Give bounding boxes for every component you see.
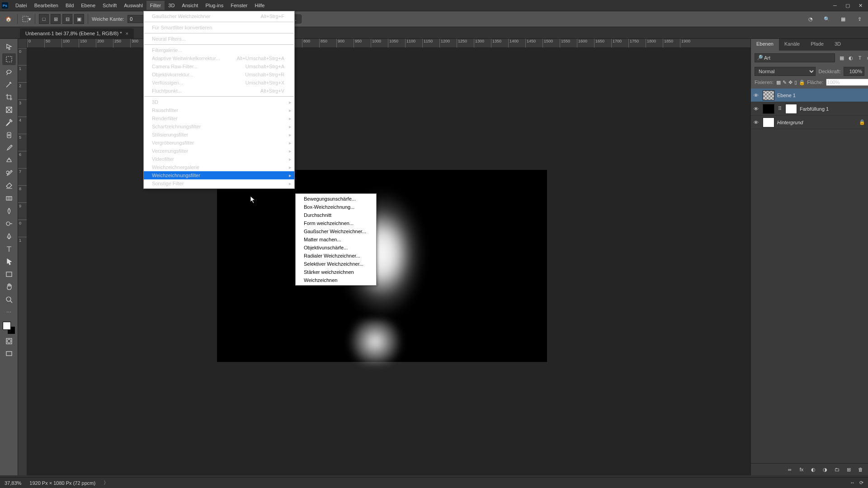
dodge-tool-icon[interactable]: [2, 218, 16, 230]
submenu-item[interactable]: Objektivunschärfe...: [296, 244, 376, 252]
move-tool-icon[interactable]: [2, 41, 16, 52]
layer-row[interactable]: 👁Hintergrund🔒: [751, 116, 868, 129]
menu-item[interactable]: Verzerrungsfilter▸: [144, 147, 294, 155]
visibility-icon[interactable]: 👁: [754, 106, 760, 112]
menu-item[interactable]: Camera Raw-Filter...Umschalt+Strg+A: [144, 62, 294, 70]
magic-wand-tool-icon[interactable]: [2, 79, 16, 90]
menu-schrift[interactable]: Schrift: [99, 1, 120, 10]
menu-hilfe[interactable]: Hilfe: [251, 1, 268, 10]
frame-tool-icon[interactable]: [2, 104, 16, 116]
menu-item[interactable]: Für Smartfilter konvertieren: [144, 23, 294, 32]
selection-new-icon[interactable]: □: [39, 14, 49, 24]
menu-item[interactable]: Neural Filters...: [144, 35, 294, 43]
cloud-icon[interactable]: ◔: [806, 14, 816, 24]
type-tool-icon[interactable]: [2, 243, 16, 255]
layer-thumbnail[interactable]: [763, 90, 774, 100]
mask-link-icon[interactable]: ⠿: [777, 106, 783, 112]
ruler-vertical[interactable]: 012345678901: [18, 48, 27, 475]
submenu-item[interactable]: Matter machen...: [296, 235, 376, 244]
clone-stamp-tool-icon[interactable]: [2, 155, 16, 166]
blur-tool-icon[interactable]: [2, 205, 16, 217]
color-swatch[interactable]: [3, 322, 15, 334]
layer-name[interactable]: Ebene 1: [777, 93, 796, 98]
submenu-item[interactable]: Radialer Weichzeichner...: [296, 252, 376, 260]
marquee-tool-icon[interactable]: [2, 53, 16, 65]
layer-thumbnail[interactable]: [763, 117, 774, 127]
submenu-item[interactable]: Weichzeichnen: [296, 276, 376, 284]
menu-ebene[interactable]: Ebene: [77, 1, 99, 10]
filter-adjust-icon[interactable]: ◐: [847, 54, 855, 62]
menu-item[interactable]: Videofilter▸: [144, 155, 294, 163]
menu-item[interactable]: Rauschfilter▸: [144, 106, 294, 114]
menu-item[interactable]: Gaußscher WeichzeichnerAlt+Strg+F: [144, 12, 294, 20]
layer-fx-icon[interactable]: fx: [797, 465, 806, 474]
status-chevron-icon[interactable]: 〉: [104, 479, 108, 486]
panel-tab-ebenen[interactable]: Ebenen: [751, 39, 779, 51]
submenu-item[interactable]: Box-Weichzeichnung...: [296, 203, 376, 211]
brush-tool-icon[interactable]: [2, 142, 16, 154]
layer-row[interactable]: 👁⠿Farbfüllung 1: [751, 102, 868, 116]
selection-intersect-icon[interactable]: ▣: [74, 14, 84, 24]
menu-item[interactable]: Scharfzeichnungsfilter▸: [144, 122, 294, 131]
opacity-input[interactable]: [844, 67, 864, 76]
menu-item[interactable]: Stilisierungsfilter▸: [144, 131, 294, 139]
selection-add-icon[interactable]: ⊞: [51, 14, 61, 24]
screen-mode-icon[interactable]: [2, 348, 16, 360]
layer-filter-input[interactable]: [755, 53, 835, 62]
visibility-icon[interactable]: 👁: [754, 93, 760, 98]
lock-transparent-icon[interactable]: ▩: [776, 79, 781, 86]
canvas[interactable]: [217, 170, 547, 362]
menu-fenster[interactable]: Fenster: [227, 1, 251, 10]
menu-item[interactable]: Verflüssigen...Umschalt+Strg+X: [144, 79, 294, 87]
eyedropper-tool-icon[interactable]: [2, 117, 16, 128]
layer-name[interactable]: Hintergrund: [777, 120, 803, 125]
submenu-item[interactable]: Selektiver Weichzeichner...: [296, 260, 376, 268]
menu-bild[interactable]: Bild: [62, 1, 77, 10]
edit-toolbar-icon[interactable]: ⋯: [2, 306, 16, 318]
menu-item[interactable]: Fluchtpunkt...Alt+Strg+V: [144, 87, 294, 95]
adjustment-layer-icon[interactable]: ◑: [821, 465, 829, 474]
menu-item[interactable]: 3D▸: [144, 98, 294, 106]
ruler-origin[interactable]: [18, 39, 27, 48]
blend-mode-select[interactable]: Normal: [755, 67, 816, 76]
menu-plug-ins[interactable]: Plug-ins: [202, 1, 227, 10]
menu-datei[interactable]: Datei: [12, 1, 31, 10]
healing-brush-tool-icon[interactable]: [2, 129, 16, 141]
lock-all-icon[interactable]: 🔒: [799, 79, 805, 86]
close-icon[interactable]: ✕: [857, 2, 863, 9]
layer-group-icon[interactable]: 🗀: [833, 465, 841, 474]
minimize-icon[interactable]: ─: [832, 2, 838, 9]
panel-tab-3d[interactable]: 3D: [829, 39, 846, 51]
zoom-level[interactable]: 37,83%: [5, 480, 21, 486]
menu-auswahl[interactable]: Auswahl: [120, 1, 146, 10]
workspace-icon[interactable]: ▦: [838, 14, 848, 24]
maximize-icon[interactable]: ▢: [844, 2, 851, 9]
quick-mask-icon[interactable]: [2, 335, 16, 347]
submenu-item[interactable]: Durchschnitt: [296, 211, 376, 219]
tool-preset-icon[interactable]: ▾: [21, 14, 31, 24]
hand-tool-icon[interactable]: [2, 281, 16, 293]
lasso-tool-icon[interactable]: [2, 66, 16, 78]
panel-tab-pfade[interactable]: Pfade: [805, 39, 829, 51]
mask-thumbnail[interactable]: [785, 104, 797, 114]
submenu-item[interactable]: Stärker weichzeichnen: [296, 268, 376, 276]
filter-pixel-icon[interactable]: ▦: [838, 54, 846, 62]
rectangle-tool-icon[interactable]: [2, 268, 16, 280]
panel-tab-kanäle[interactable]: Kanäle: [779, 39, 805, 51]
menu-filter[interactable]: Filter: [146, 1, 165, 10]
pen-tool-icon[interactable]: [2, 230, 16, 242]
timeline-icon[interactable]: ↔: [850, 480, 855, 486]
path-selection-tool-icon[interactable]: [2, 256, 16, 267]
menu-3d[interactable]: 3D: [165, 1, 178, 10]
fill-input[interactable]: [826, 79, 868, 86]
share-icon[interactable]: ⇪: [854, 14, 864, 24]
search-icon[interactable]: 🔍: [822, 14, 832, 24]
layer-thumbnail[interactable]: [763, 104, 774, 114]
filter-type-icon[interactable]: T: [856, 54, 864, 62]
submenu-item[interactable]: Gaußscher Weichzeichner...: [296, 227, 376, 235]
selection-subtract-icon[interactable]: ⊟: [62, 14, 72, 24]
menu-ansicht[interactable]: Ansicht: [178, 1, 202, 10]
layer-row[interactable]: 👁Ebene 1: [751, 89, 868, 102]
gradient-tool-icon[interactable]: [2, 192, 16, 204]
link-layers-icon[interactable]: ∞: [786, 465, 794, 474]
